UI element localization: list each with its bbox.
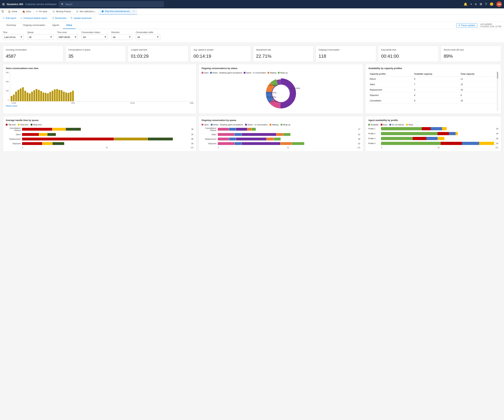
table-row: Replacement 3 10	[368, 87, 496, 93]
donut-label-waiting: 13 (11.01%)	[267, 92, 276, 94]
hbar-row-cancellation: Cancellation/Refund 35	[6, 127, 193, 131]
tab-real-time[interactable]: 🔷 Real time omnichannel an... ✕	[99, 8, 137, 15]
tab-inbox[interactable]: 📥 Inbox	[20, 8, 33, 15]
total-cancellation: 10	[459, 98, 496, 103]
voice-over-time-card: Voice conversations over time 300 200 10…	[3, 64, 197, 114]
main-content: Incoming conversation 4587 Conversations…	[0, 43, 504, 156]
ongoing-by-status-card: Ongoing conversations by status Open Act…	[198, 64, 363, 114]
grid-icon[interactable]: ⊞	[2, 2, 5, 6]
update-bookmark-button[interactable]: ↻ Update bookmark	[71, 17, 92, 19]
agent-value-p2: 34	[496, 133, 498, 135]
charts-row-1: Voice conversations over time 300 200 10…	[3, 64, 501, 114]
tab-voice[interactable]: Voice	[63, 22, 76, 29]
tab-fix-dryer[interactable]: ✏ Fix dryer	[34, 8, 49, 15]
sidebar-toggle[interactable]: ☰	[1, 10, 4, 13]
oq-x-50: 50	[287, 147, 289, 149]
filter-time-label: Time	[3, 31, 24, 34]
kpi-avg-speed-title: Avg. speed to answer	[193, 49, 248, 51]
avg-handle-time-title: Average handle time by queue	[6, 119, 193, 122]
app-brand: Dynamics 365	[7, 3, 23, 6]
paperclip-icon-2: 📎	[76, 10, 78, 13]
ongoing-by-queue-card: Ongoing conversation by queue Open Activ…	[198, 116, 363, 152]
legend-active-in-conv: Active - In conversation	[244, 72, 266, 74]
hbar-row-shipment: Shipment 25	[6, 142, 193, 145]
profile-replacement: Replacement	[368, 87, 413, 93]
feedback-icon[interactable]: 😊	[490, 2, 493, 6]
edit-report-button[interactable]: ✏ Edit report	[3, 17, 16, 19]
filter-conv-status: Conversation status All	[82, 31, 108, 40]
update-bookmark-icon: ↻	[71, 17, 72, 19]
total-sales: 12	[459, 82, 496, 87]
total-return: 11	[459, 76, 496, 82]
tab-home[interactable]: 🏠 Home	[6, 8, 20, 15]
tab-agents[interactable]: Agents	[49, 22, 63, 29]
filter-queue-select[interactable]: All	[27, 34, 54, 40]
settings-icon[interactable]: ⚙	[480, 2, 482, 6]
bar	[70, 92, 72, 101]
filter-conv-status-select[interactable]: All	[82, 34, 108, 40]
checkout-default-button[interactable]: ↩ Checkout default report	[20, 17, 47, 19]
avatar[interactable]: AB	[496, 1, 502, 7]
tab-missing-product[interactable]: 📎 Missing Product	[50, 8, 73, 15]
oq-wrapup-sales	[283, 133, 290, 136]
pause-updates-button[interactable]: ⏸ Pause updates	[456, 23, 477, 27]
add-icon[interactable]: +	[470, 2, 472, 6]
tab-ongoing-conv[interactable]: Ongoing conversation	[20, 22, 49, 29]
filter-timezone-select[interactable]: GMT-08:00	[57, 34, 78, 40]
agent-busy-p2	[438, 132, 449, 135]
inbox-icon: 📥	[22, 10, 25, 13]
oq-open-replacement	[218, 138, 229, 140]
x-axis-0: 0	[22, 147, 23, 149]
voice-over-time-title: Voice conversations over time	[6, 67, 193, 70]
filters-bar: Time Last 24 hrs Last 7 days Queue All T…	[0, 29, 504, 43]
scrollbar-thumb[interactable]	[497, 72, 498, 79]
oq-waiting-replacement	[267, 138, 274, 140]
ongoing-by-status-title: Ongoing conversations by status	[202, 67, 360, 70]
kpi-avg-handle-value: 00:41:00	[381, 53, 436, 59]
agent-availability-card: Agent availability by profile Available …	[365, 116, 501, 152]
oq-x-axis: 0 50 100	[202, 147, 360, 149]
oq-x-0: 0	[218, 147, 219, 149]
legend-talk-time: Talk time	[6, 124, 16, 126]
oq-label-sales: Sales	[202, 133, 216, 136]
y-label-100: 100	[6, 90, 9, 92]
filter-time-select[interactable]: Last 24 hrs Last 7 days	[3, 34, 24, 40]
tab-summary[interactable]: Summary	[3, 22, 20, 29]
scrollbar[interactable]	[497, 72, 498, 111]
bookmarks-button[interactable]: 📑 Bookmarks	[51, 17, 66, 19]
sort-icon[interactable]: ↑	[386, 73, 387, 75]
table-row: Shipment 6 8	[368, 93, 496, 98]
notification-icon[interactable]: 🔔	[464, 2, 468, 6]
filter-skills-select[interactable]: All	[136, 34, 160, 40]
menu-icon[interactable]: ≡	[475, 2, 477, 6]
show-more-link[interactable]: Show more	[6, 105, 17, 107]
profile-cancellation: Cancellation	[368, 98, 413, 103]
kpi-avg-speed: Avg. speed to answer 00:14:19	[191, 46, 251, 62]
help-icon[interactable]: ?	[485, 2, 487, 6]
oq-awaiting-shipment	[234, 142, 242, 145]
legend-wrap-time-dot	[31, 124, 32, 125]
capacity-table-scroll[interactable]: Capacity profile ↑ Available capacity To…	[368, 72, 496, 111]
hbar-label-sales: Sales	[6, 133, 21, 136]
kpi-in-queue-value: 35	[68, 53, 123, 59]
hbar-talk-shipment	[22, 142, 42, 145]
available-replacement: 3	[413, 87, 459, 93]
hbar-wrap-replacement	[148, 138, 173, 140]
legend-dnd: Do not disturb	[390, 124, 404, 126]
hbar-talk-cancellation	[22, 128, 52, 131]
x-label-5pm: 5PM	[71, 102, 75, 104]
tab-close-icon[interactable]: ✕	[133, 10, 135, 12]
hbar-cancellation	[22, 128, 189, 131]
bar	[38, 90, 40, 101]
hbar-wrap-cancellation	[66, 128, 81, 131]
agent-avail-p4	[381, 142, 441, 145]
oq-open-cancellation	[218, 128, 229, 131]
filter-direction-select[interactable]: All	[111, 34, 132, 40]
bar	[58, 90, 60, 101]
oq-hbar-replacement	[218, 138, 356, 140]
ongoing-queue-chart: Cancellation/Refund 27 Sales	[202, 127, 360, 149]
search-bar[interactable]: 🔍 Search	[59, 1, 164, 7]
edit-icon: ✏	[36, 10, 38, 13]
hbar-hold-cancellation	[52, 128, 66, 131]
tab-item-defective[interactable]: 📎 Item defective o...	[74, 8, 98, 15]
